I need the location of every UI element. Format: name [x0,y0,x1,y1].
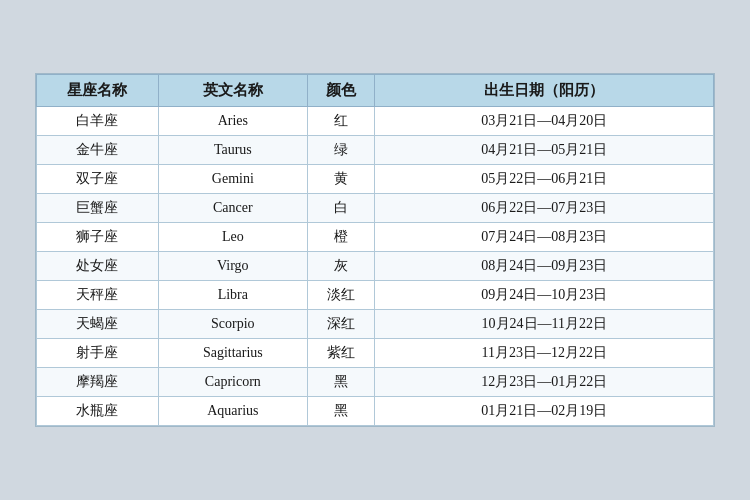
cell-date: 11月23日—12月22日 [375,339,714,368]
cell-color: 黄 [307,165,375,194]
cell-date: 07月24日—08月23日 [375,223,714,252]
cell-date: 05月22日—06月21日 [375,165,714,194]
cell-date: 01月21日—02月19日 [375,397,714,426]
cell-english: Cancer [158,194,307,223]
table-row: 水瓶座Aquarius黑01月21日—02月19日 [37,397,714,426]
table-row: 天秤座Libra淡红09月24日—10月23日 [37,281,714,310]
table-row: 摩羯座Capricorn黑12月23日—01月22日 [37,368,714,397]
cell-color: 黑 [307,397,375,426]
cell-date: 12月23日—01月22日 [375,368,714,397]
cell-color: 红 [307,107,375,136]
table-row: 天蝎座Scorpio深红10月24日—11月22日 [37,310,714,339]
cell-color: 深红 [307,310,375,339]
cell-chinese: 狮子座 [37,223,159,252]
cell-english: Capricorn [158,368,307,397]
cell-english: Leo [158,223,307,252]
cell-chinese: 天蝎座 [37,310,159,339]
cell-chinese: 处女座 [37,252,159,281]
cell-date: 09月24日—10月23日 [375,281,714,310]
cell-english: Virgo [158,252,307,281]
header-date: 出生日期（阳历） [375,75,714,107]
cell-color: 灰 [307,252,375,281]
cell-color: 紫红 [307,339,375,368]
table-row: 狮子座Leo橙07月24日—08月23日 [37,223,714,252]
table-row: 射手座Sagittarius紫红11月23日—12月22日 [37,339,714,368]
table-body: 白羊座Aries红03月21日—04月20日金牛座Taurus绿04月21日—0… [37,107,714,426]
cell-chinese: 射手座 [37,339,159,368]
table-row: 白羊座Aries红03月21日—04月20日 [37,107,714,136]
cell-chinese: 天秤座 [37,281,159,310]
header-chinese: 星座名称 [37,75,159,107]
cell-color: 橙 [307,223,375,252]
cell-english: Libra [158,281,307,310]
cell-color: 黑 [307,368,375,397]
header-color: 颜色 [307,75,375,107]
cell-chinese: 白羊座 [37,107,159,136]
table-row: 双子座Gemini黄05月22日—06月21日 [37,165,714,194]
cell-english: Taurus [158,136,307,165]
cell-chinese: 摩羯座 [37,368,159,397]
cell-chinese: 双子座 [37,165,159,194]
zodiac-table: 星座名称 英文名称 颜色 出生日期（阳历） 白羊座Aries红03月21日—04… [36,74,714,426]
cell-date: 06月22日—07月23日 [375,194,714,223]
cell-chinese: 金牛座 [37,136,159,165]
cell-english: Aries [158,107,307,136]
cell-color: 淡红 [307,281,375,310]
table-row: 巨蟹座Cancer白06月22日—07月23日 [37,194,714,223]
header-english: 英文名称 [158,75,307,107]
cell-date: 10月24日—11月22日 [375,310,714,339]
cell-english: Gemini [158,165,307,194]
cell-chinese: 巨蟹座 [37,194,159,223]
cell-chinese: 水瓶座 [37,397,159,426]
table-row: 处女座Virgo灰08月24日—09月23日 [37,252,714,281]
table-row: 金牛座Taurus绿04月21日—05月21日 [37,136,714,165]
cell-date: 04月21日—05月21日 [375,136,714,165]
cell-english: Sagittarius [158,339,307,368]
cell-date: 03月21日—04月20日 [375,107,714,136]
cell-color: 绿 [307,136,375,165]
cell-english: Scorpio [158,310,307,339]
cell-date: 08月24日—09月23日 [375,252,714,281]
zodiac-table-container: 星座名称 英文名称 颜色 出生日期（阳历） 白羊座Aries红03月21日—04… [35,73,715,427]
cell-english: Aquarius [158,397,307,426]
table-header-row: 星座名称 英文名称 颜色 出生日期（阳历） [37,75,714,107]
cell-color: 白 [307,194,375,223]
